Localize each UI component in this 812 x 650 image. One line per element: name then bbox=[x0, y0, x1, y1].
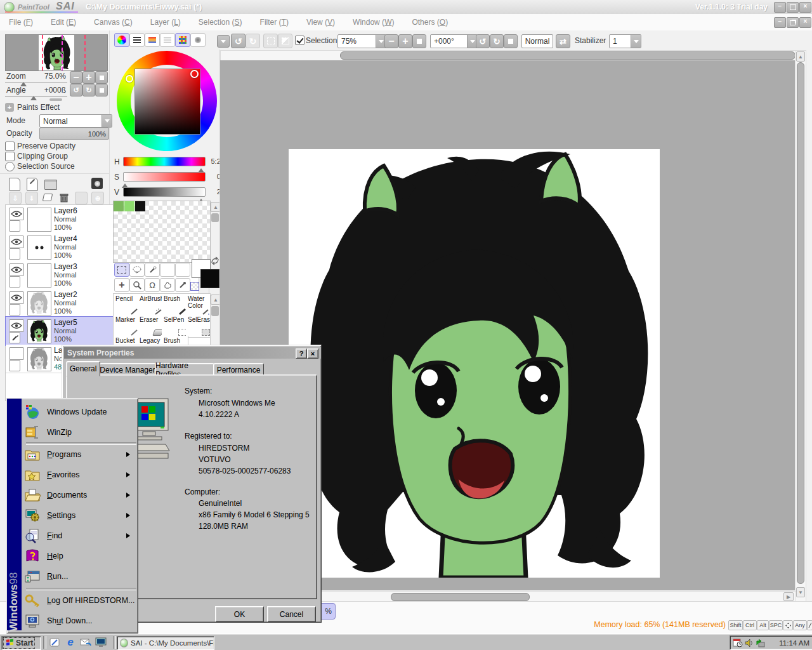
undo-button[interactable]: ↺ bbox=[231, 34, 246, 48]
start-item-windows-update[interactable]: Windows Update bbox=[24, 402, 136, 422]
move-tool-button[interactable]: + bbox=[114, 278, 129, 292]
lasso-tool-button[interactable] bbox=[129, 263, 145, 277]
tool-cell-seleras[interactable]: SelEras bbox=[186, 315, 211, 338]
layer-option-checkbox[interactable] bbox=[9, 220, 20, 232]
swatch[interactable] bbox=[124, 201, 134, 211]
start-item-settings[interactable]: Settings bbox=[24, 505, 136, 526]
new-linework-layer-button[interactable] bbox=[27, 178, 38, 191]
quicklaunch-channels[interactable] bbox=[94, 636, 108, 649]
pen-pressure-indicator[interactable] bbox=[807, 620, 812, 630]
tool-cell-eraser[interactable]: Eraser bbox=[138, 315, 164, 338]
updates-icon[interactable] bbox=[756, 639, 765, 647]
task-button-sai[interactable]: SAI - C:\My Documents\Fi... bbox=[117, 636, 214, 650]
pan-keys-indicator[interactable] bbox=[783, 620, 793, 630]
alt-key-indicator[interactable]: Alt bbox=[757, 620, 769, 630]
delete-layer-button[interactable] bbox=[58, 192, 70, 203]
layer-visibility-toggle[interactable] bbox=[9, 235, 24, 248]
stabilizer-select[interactable]: 1 bbox=[609, 34, 641, 48]
menu-item-selection[interactable]: Selection (S) bbox=[190, 14, 251, 30]
start-item-documents[interactable]: Documents bbox=[24, 485, 136, 505]
tray-clock[interactable]: 11:14 AM bbox=[779, 639, 809, 647]
tab-general[interactable]: General bbox=[66, 361, 100, 376]
start-item-winzip[interactable]: WinZip bbox=[24, 422, 136, 442]
volume-icon[interactable] bbox=[745, 639, 754, 647]
empty-tool-slot[interactable] bbox=[175, 263, 190, 277]
start-item-programs[interactable]: Programs bbox=[24, 444, 136, 465]
start-item-run[interactable]: Run... bbox=[24, 566, 136, 587]
s-slider[interactable] bbox=[123, 172, 206, 182]
start-item-favorites[interactable]: Favorites bbox=[24, 465, 136, 485]
nav-zoom-reset-button[interactable] bbox=[95, 71, 108, 84]
nav-rotate-cw-button[interactable]: ↻ bbox=[82, 84, 95, 96]
v-scrollbar-thumb[interactable] bbox=[797, 62, 804, 584]
layer-visibility-toggle[interactable] bbox=[9, 347, 24, 360]
magic-wand-tool-button[interactable] bbox=[145, 263, 160, 277]
toolgrid-scroll-thumb[interactable] bbox=[211, 306, 219, 316]
toolbar-dropdown-button[interactable] bbox=[217, 35, 230, 48]
angle-select[interactable]: +000° bbox=[430, 34, 478, 48]
empty-tool-slot[interactable] bbox=[160, 263, 175, 277]
hand-tool-button[interactable] bbox=[160, 278, 175, 292]
merge-down-button[interactable]: ⇓ bbox=[25, 192, 38, 204]
selection-source-radio[interactable] bbox=[5, 162, 15, 171]
layer-visibility-toggle[interactable] bbox=[9, 208, 24, 220]
ok-button[interactable]: OK bbox=[215, 606, 264, 622]
layer-option-checkbox[interactable] bbox=[9, 248, 20, 260]
layer-visibility-toggle[interactable] bbox=[9, 319, 24, 332]
mdi-restore-button[interactable] bbox=[787, 17, 799, 28]
start-item-log-off[interactable]: Log Off HIREDSTORM... bbox=[24, 590, 136, 611]
start-item-help[interactable]: Help bbox=[24, 546, 136, 566]
preserve-opacity-checkbox[interactable] bbox=[5, 142, 15, 151]
h-scrollbar-thumb[interactable] bbox=[340, 51, 796, 60]
layer-visibility-toggle[interactable] bbox=[9, 291, 24, 304]
opacity-slider[interactable]: 100% bbox=[39, 128, 109, 140]
scroll-up-icon[interactable]: ▲ bbox=[796, 51, 805, 62]
mixer-mode-button[interactable] bbox=[145, 33, 160, 47]
quicklaunch-outlook-express[interactable] bbox=[79, 636, 93, 649]
flip-canvas-button[interactable]: ⇄ bbox=[556, 34, 570, 48]
deselect-button[interactable] bbox=[263, 34, 278, 48]
dialog-help-button[interactable]: ? bbox=[296, 348, 307, 359]
start-button[interactable]: Start bbox=[1, 636, 41, 650]
close-button[interactable]: × bbox=[799, 2, 811, 13]
sv-marker[interactable] bbox=[190, 70, 199, 78]
h-scrollbar-thumb[interactable] bbox=[391, 593, 530, 601]
zoom-select[interactable]: 75% bbox=[337, 34, 386, 48]
swatch-palette[interactable] bbox=[113, 201, 211, 263]
tool-cell-watercolor[interactable]: Water Color bbox=[186, 294, 211, 317]
merge-mask-button[interactable]: ⊕ bbox=[91, 192, 104, 204]
menu-item-filter[interactable]: Filter (T) bbox=[251, 14, 298, 30]
transparency-chip[interactable] bbox=[190, 282, 199, 291]
layer-visibility-toggle[interactable] bbox=[9, 263, 24, 276]
rotate-cw-button[interactable]: ↻ bbox=[490, 34, 504, 48]
lines-mode-button[interactable] bbox=[160, 33, 175, 47]
menu-item-canvas[interactable]: Canvas (C) bbox=[85, 14, 141, 30]
new-layer-button[interactable] bbox=[9, 178, 20, 191]
zoom-in-button[interactable]: + bbox=[398, 34, 412, 48]
nav-zoom-in-button[interactable]: + bbox=[82, 71, 95, 84]
rotate-ccw-button[interactable]: ↺ bbox=[476, 34, 490, 48]
dialog-titlebar[interactable]: System Properties ? × bbox=[64, 347, 321, 359]
quicklaunch-show-desktop[interactable] bbox=[48, 636, 62, 649]
panel-resize-handle[interactable] bbox=[49, 98, 62, 101]
menu-item-file[interactable]: File (F) bbox=[0, 14, 42, 30]
rotate-tool-button[interactable]: Ω bbox=[145, 278, 160, 292]
layer-option-checkbox[interactable] bbox=[9, 304, 20, 315]
nav-rotate-ccw-button[interactable]: ↺ bbox=[70, 84, 82, 96]
new-folder-button[interactable] bbox=[44, 180, 57, 190]
tool-cell-selpen[interactable]: SelPen bbox=[162, 315, 188, 338]
angle-reset-button[interactable] bbox=[504, 34, 518, 48]
swap-colors-icon[interactable] bbox=[211, 256, 219, 265]
layer-option-checkbox[interactable] bbox=[9, 360, 20, 371]
redo-button[interactable]: ↻ bbox=[246, 34, 260, 48]
colorwheel-mode-button[interactable] bbox=[114, 33, 129, 47]
mdi-minimize-button[interactable]: − bbox=[774, 17, 786, 28]
menu-item-window[interactable]: Window (W) bbox=[344, 14, 403, 30]
swatch[interactable] bbox=[114, 201, 124, 211]
start-item-find[interactable]: Find bbox=[24, 526, 136, 546]
menu-item-edit[interactable]: Edit (E) bbox=[42, 14, 85, 30]
layer-paint-indicator[interactable] bbox=[9, 332, 20, 343]
menu-item-others[interactable]: Others (O) bbox=[403, 14, 457, 30]
tool-cell-airbrush[interactable]: AirBrush bbox=[138, 294, 164, 317]
scroll-right-icon[interactable]: ▶ bbox=[783, 592, 794, 601]
